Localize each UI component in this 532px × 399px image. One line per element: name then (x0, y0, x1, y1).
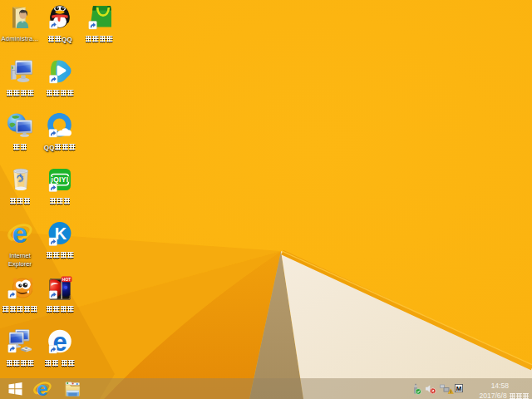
svg-text:HOT: HOT (62, 277, 71, 282)
svg-text:M: M (456, 385, 462, 392)
svg-text:iQIYI: iQIYI (51, 175, 68, 184)
